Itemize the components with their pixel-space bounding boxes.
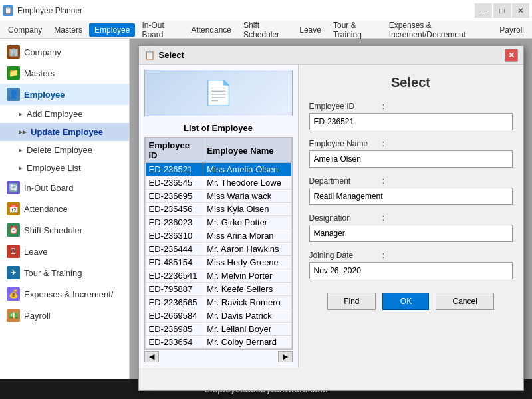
menu-masters[interactable]: Masters — [49, 23, 88, 37]
department-label: Department — [309, 176, 382, 186]
menu-attendance[interactable]: Attendance — [186, 23, 237, 37]
ok-button[interactable]: OK — [382, 293, 429, 310]
sidebar-label-company: Company — [24, 47, 61, 57]
sidebar-label-update-employee: Update Employee — [31, 127, 103, 137]
table-row[interactable]: ED-2236541Mr. Melvin Porter — [145, 269, 291, 283]
menu-payroll[interactable]: Payroll — [494, 23, 529, 37]
table-row[interactable]: ED-965845Mr. Bryar Pitts — [145, 349, 291, 350]
menu-shift[interactable]: Shift Scheduler — [238, 19, 293, 41]
modal-close-button[interactable]: ✕ — [505, 49, 518, 62]
sidebar-item-attendance[interactable]: 📅 Attendance — [0, 198, 129, 219]
field-employee-id: Employee ID : — [309, 101, 513, 130]
table-prev-button[interactable]: ◀ — [144, 351, 159, 362]
sidebar: 🏢 Company 📁 Masters 👤 Employee ▸ Add Emp… — [0, 39, 130, 379]
sidebar-item-inout[interactable]: 🔄 In-Out Board — [0, 177, 129, 198]
sidebar-label-inout: In-Out Board — [24, 183, 73, 193]
menu-inout[interactable]: In-Out Board — [136, 19, 184, 41]
table-row[interactable]: ED-236695Miss Waria wack — [145, 190, 291, 203]
employee-id-cell: ED-2236541 — [145, 269, 203, 283]
table-row[interactable]: ED-2236565Mr. Ravick Romero — [145, 296, 291, 309]
department-colon: : — [382, 176, 385, 186]
sidebar-item-employee-list[interactable]: ▸ Employee List — [0, 159, 129, 177]
table-row[interactable]: ED-236985Mr. Leilani Boyer — [145, 323, 291, 336]
sidebar-item-expenses[interactable]: 💰 Expenses & Increment/ — [0, 283, 129, 305]
field-employee-name: Employee Name : — [309, 138, 513, 168]
employee-name-cell: Miss Amelia Olsen — [203, 163, 291, 176]
employee-id-input[interactable] — [309, 113, 513, 130]
employee-id-cell: ED-236545 — [145, 176, 203, 190]
employee-table: Employee ID Employee Name ED-236521Miss … — [145, 138, 292, 350]
modal-icon: 📋 — [144, 50, 155, 60]
sidebar-item-company[interactable]: 🏢 Company — [0, 41, 129, 63]
content-area: 📋 Select ✕ 📄 List of Employee — [130, 39, 532, 379]
employee-id-cell: ED-485154 — [145, 256, 203, 269]
field-department: Department : — [309, 176, 513, 205]
menu-leave[interactable]: Leave — [294, 23, 327, 37]
sidebar-item-payroll[interactable]: 💵 Payroll — [0, 305, 129, 326]
joining-date-input[interactable] — [309, 262, 513, 279]
table-row[interactable]: ED-236456Miss Kyla Olsen — [145, 203, 291, 216]
table-row[interactable]: ED-236521Miss Amelia Olsen — [145, 163, 291, 176]
field-designation: Designation : — [309, 213, 513, 242]
sidebar-item-tour[interactable]: ✈ Tour & Training — [0, 262, 129, 283]
employee-table-wrapper[interactable]: Employee ID Employee Name ED-236521Miss … — [144, 137, 293, 350]
table-row[interactable]: ED-2669584Mr. Davis Patrick — [145, 309, 291, 323]
designation-input[interactable] — [309, 225, 513, 242]
table-row[interactable]: ED-236545Mr. Theodore Lowe — [145, 176, 291, 190]
table-row[interactable]: ED-233654Mr. Colby Bernard — [145, 336, 291, 349]
employee-name-cell: Mr. Aaron Hawkins — [203, 243, 291, 256]
table-navigation: ◀ ▶ — [144, 351, 293, 362]
close-button[interactable]: ✕ — [512, 3, 529, 18]
maximize-button[interactable]: □ — [493, 3, 511, 18]
sidebar-label-leave: Leave — [24, 247, 47, 257]
employee-id-cell: ED-236695 — [145, 190, 203, 203]
employee-name-cell: Mr. Leilani Boyer — [203, 323, 291, 336]
cancel-button[interactable]: Cancel — [436, 293, 493, 310]
menu-tour[interactable]: Tour & Training — [328, 19, 382, 41]
table-row[interactable]: ED-236023Mr. Girko Potter — [145, 216, 291, 229]
table-row[interactable]: ED-236310Miss Arina Moran — [145, 229, 291, 243]
table-next-button[interactable]: ▶ — [278, 351, 293, 362]
list-title: List of Employee — [144, 123, 293, 133]
modal-body: 📄 List of Employee Employee ID Employee … — [139, 65, 523, 368]
employee-name-cell: Mr. Colby Bernard — [203, 336, 291, 349]
department-input[interactable] — [309, 188, 513, 205]
sidebar-item-shift[interactable]: ⏰ Shift Scheduler — [0, 219, 129, 241]
sidebar-label-masters: Masters — [24, 68, 55, 78]
sidebar-item-add-employee[interactable]: ▸ Add Employee — [0, 105, 129, 123]
employee-name-cell: Mr. Theodore Lowe — [203, 176, 291, 190]
menu-employee[interactable]: Employee — [89, 23, 135, 37]
main-layout: 🏢 Company 📁 Masters 👤 Employee ▸ Add Emp… — [0, 39, 532, 379]
select-modal: 📋 Select ✕ 📄 List of Employee — [138, 45, 524, 391]
sidebar-item-masters[interactable]: 📁 Masters — [0, 63, 129, 84]
employee-name-cell: Miss Kyla Olsen — [203, 203, 291, 216]
joining-date-colon: : — [382, 250, 385, 260]
minimize-button[interactable]: — — [475, 3, 492, 18]
employee-name-colon: : — [382, 138, 385, 148]
menu-expenses[interactable]: Expenses & Increment/Decrement — [384, 19, 493, 41]
sidebar-item-employee[interactable]: 👤 Employee — [0, 84, 129, 105]
menu-company[interactable]: Company — [3, 23, 47, 37]
employee-id-cell: ED-233654 — [145, 336, 203, 349]
sidebar-item-update-employee[interactable]: ▸▸ Update Employee — [0, 123, 129, 141]
table-row[interactable]: ED-236444Mr. Aaron Hawkins — [145, 243, 291, 256]
table-row[interactable]: ED-795887Mr. Keefe Sellers — [145, 283, 291, 296]
designation-colon: : — [382, 213, 385, 223]
designation-label: Designation — [309, 213, 382, 223]
sidebar-label-payroll: Payroll — [24, 311, 51, 321]
employee-name-cell: Mr. Davis Patrick — [203, 309, 291, 323]
sidebar-item-leave[interactable]: 🗓 Leave — [0, 241, 129, 262]
find-button[interactable]: Find — [327, 293, 376, 310]
employee-id-cell: ED-236310 — [145, 229, 203, 243]
bullet-icon: ▸ — [19, 110, 23, 118]
employee-name-cell: Miss Waria wack — [203, 190, 291, 203]
window-controls: — □ ✕ — [475, 3, 529, 18]
sidebar-item-delete-employee[interactable]: ▸ Delete Employee — [0, 141, 129, 159]
modal-right-panel: Select Employee ID : Employee Name — [299, 65, 523, 368]
employee-id-cell: ED-965845 — [145, 349, 203, 350]
employee-name-input[interactable] — [309, 150, 513, 168]
employee-name-cell: Mr. Girko Potter — [203, 216, 291, 229]
employee-name-cell: Miss Hedy Greene — [203, 256, 291, 269]
sidebar-label-employee: Employee — [24, 90, 65, 100]
table-row[interactable]: ED-485154Miss Hedy Greene — [145, 256, 291, 269]
